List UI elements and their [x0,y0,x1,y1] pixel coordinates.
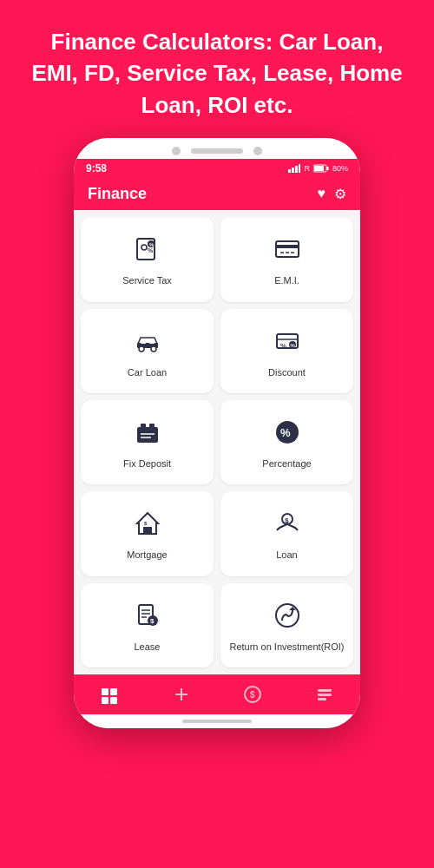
svg-rect-20 [141,339,146,344]
phone-bottom-indicator [74,714,360,728]
svg-rect-1 [292,168,294,173]
svg-rect-49 [102,697,108,704]
svg-point-8 [141,245,147,250]
mortgage-icon: $ [134,510,161,543]
svg-text:%: % [290,343,295,348]
hero-section: Finance Calculators: Car Loan, EMI, FD, … [0,0,434,138]
home-nav-icon [100,685,119,704]
lease-label: Lease [135,641,161,653]
status-time: 9:58 [86,162,107,174]
svg-rect-12 [276,241,299,257]
svg-rect-5 [326,167,328,170]
heart-icon[interactable]: ♥ [318,186,326,202]
svg-text:%: % [280,342,286,350]
svg-point-19 [151,346,156,352]
grid-item-service-tax[interactable]: % % Service Tax [81,217,214,301]
percentage-label: Percentage [262,457,311,470]
car-loan-label: Car Loan [128,366,167,378]
svg-rect-6 [314,166,324,171]
emi-label: E.M.I. [274,274,299,286]
loan-icon: $ [273,510,301,543]
status-icons: R 80% [288,164,348,173]
svg-text:$: $ [250,690,255,700]
svg-rect-48 [110,688,117,695]
grid-item-fix-deposit[interactable]: Fix Deposit [81,400,214,484]
svg-rect-56 [318,694,332,696]
svg-rect-2 [295,166,298,173]
home-indicator-bar [182,720,252,723]
lease-icon: $ [134,602,161,635]
svg-rect-3 [299,164,300,173]
svg-rect-35 [143,527,152,534]
camera-dot-left [172,147,181,155]
loan-label: Loan [276,549,297,561]
svg-rect-29 [149,424,155,429]
tools-nav-icon [315,685,334,704]
settings-icon[interactable]: ⚙ [334,186,346,202]
svg-rect-55 [318,689,332,692]
svg-text:$: $ [150,617,155,625]
svg-rect-21 [149,339,155,344]
nav-tools[interactable] [305,681,345,707]
nav-home[interactable] [89,681,129,707]
svg-text:$: $ [285,516,289,524]
grid-item-roi[interactable]: Return on Investment(ROI) [220,583,353,667]
phone-camera-area [74,138,360,159]
svg-rect-57 [318,698,326,700]
nav-finance[interactable]: $ [233,681,273,707]
fix-deposit-icon [134,418,161,452]
svg-point-18 [139,346,144,352]
app-title: Finance [88,185,147,203]
battery-percent: 80% [332,164,348,173]
svg-rect-13 [276,245,299,248]
car-loan-icon [134,327,161,361]
discount-label: Discount [268,366,306,378]
grid-item-mortgage[interactable]: $ Mortgage [81,491,214,575]
network-indicator: R [304,164,310,173]
roi-label: Return on Investment(ROI) [229,641,344,653]
mortgage-label: Mortgage [127,549,167,561]
service-tax-icon: % % [134,235,161,269]
service-tax-label: Service Tax [122,274,172,286]
svg-rect-0 [288,169,291,173]
grid-item-percentage[interactable]: % Percentage [220,400,353,484]
svg-rect-50 [110,697,117,704]
svg-rect-27 [137,427,158,443]
grid-item-emi[interactable]: E.M.I. [220,217,353,301]
app-header: Finance ♥ ⚙ [74,178,360,210]
grid-item-lease[interactable]: $ Lease [81,583,214,667]
battery-icon [313,164,329,173]
finance-nav-icon: $ [243,685,262,704]
roi-icon [273,602,301,635]
nav-calculator[interactable] [161,681,201,707]
emi-icon [273,235,301,269]
percentage-icon: % [273,418,301,452]
speaker-bar [191,148,243,154]
grid-item-discount[interactable]: % % Discount [220,309,353,393]
svg-text:%: % [149,242,155,247]
signal-icon [288,164,300,173]
svg-rect-47 [102,688,108,695]
status-bar: 9:58 R 80% [74,159,360,178]
phone-mockup: 9:58 R 80% Finance ♥ ⚙ [74,138,360,728]
calc-nav-icon [172,685,191,704]
header-icons: ♥ ⚙ [318,186,347,202]
fix-deposit-label: Fix Deposit [123,457,171,470]
camera-dot-right [253,147,262,155]
calculator-grid: % % Service Tax E.M.I. [74,210,360,674]
hero-title: Finance Calculators: Car Loan, EMI, FD, … [0,0,434,138]
bottom-navigation: $ [74,674,360,714]
grid-item-car-loan[interactable]: Car Loan [81,309,214,393]
svg-rect-28 [141,424,146,429]
discount-icon: % % [273,327,301,361]
grid-item-loan[interactable]: $ Loan [220,491,353,575]
svg-text:%: % [148,247,154,253]
svg-text:$: $ [144,521,148,526]
svg-text:%: % [280,426,291,439]
